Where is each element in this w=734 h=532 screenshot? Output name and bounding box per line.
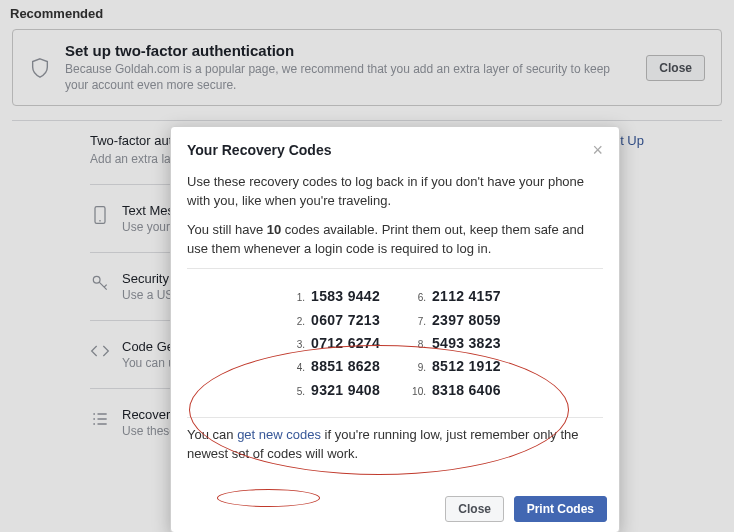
recovery-code-item: 6.2112 4157 — [410, 286, 501, 306]
shield-icon — [29, 57, 51, 79]
recovery-codes-modal: Your Recovery Codes × Use these recovery… — [170, 126, 620, 532]
list-icon — [90, 409, 110, 429]
phone-icon — [90, 205, 110, 225]
recovery-code-item: 8.5493 3823 — [410, 333, 501, 353]
close-icon[interactable]: × — [592, 141, 603, 159]
modal-availability-text: You still have 10 codes available. Print… — [187, 221, 603, 259]
modal-close-button[interactable]: Close — [445, 496, 504, 522]
svg-point-1 — [99, 220, 101, 222]
recovery-code-item: 7.2397 8059 — [410, 310, 501, 330]
print-codes-button[interactable]: Print Codes — [514, 496, 607, 522]
recovery-code-item: 5.9321 9408 — [289, 380, 380, 400]
recovery-code-item: 2.0607 7213 — [289, 310, 380, 330]
recovery-codes-list: 1.1583 94422.0607 72133.0712 62744.8851 … — [187, 277, 603, 408]
modal-title: Your Recovery Codes — [187, 142, 331, 158]
recovery-code-item: 1.1583 9442 — [289, 286, 380, 306]
modal-intro-text: Use these recovery codes to log back in … — [187, 173, 603, 211]
modal-footer-text: You can get new codes if you're running … — [187, 426, 603, 464]
recovery-code-item: 3.0712 6274 — [289, 333, 380, 353]
svg-point-2 — [93, 277, 100, 284]
recovery-code-item: 10.8318 6406 — [410, 380, 501, 400]
divider — [12, 120, 722, 121]
get-new-codes-link[interactable]: get new codes — [237, 427, 321, 442]
security-banner: Set up two-factor authentication Because… — [12, 29, 722, 106]
banner-close-button[interactable]: Close — [646, 55, 705, 81]
recovery-code-item: 4.8851 8628 — [289, 356, 380, 376]
recovery-code-item: 9.8512 1912 — [410, 356, 501, 376]
banner-title: Set up two-factor authentication — [65, 42, 632, 59]
key-icon — [90, 273, 110, 293]
recommended-label: Recommended — [0, 0, 734, 25]
code-icon — [90, 341, 110, 361]
banner-subtitle: Because Goldah.com is a popular page, we… — [65, 61, 632, 93]
